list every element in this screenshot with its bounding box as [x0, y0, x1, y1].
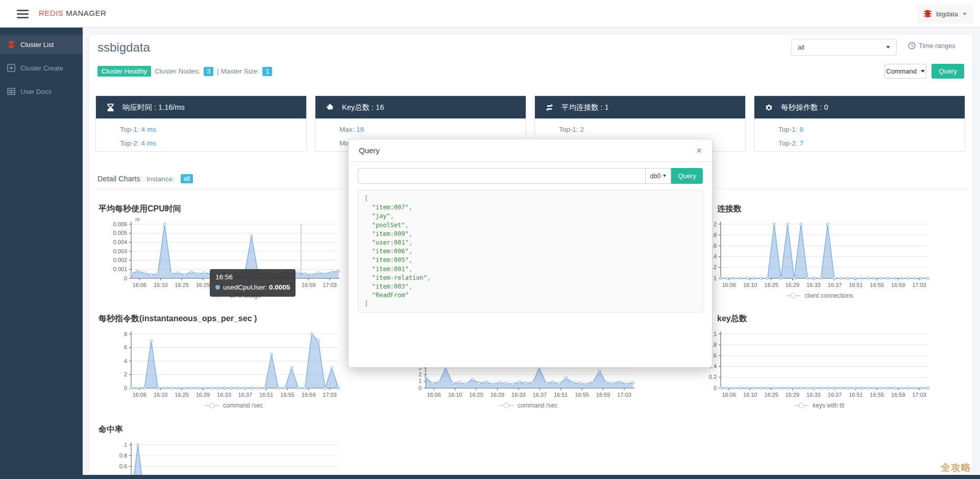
- modal-query-button[interactable]: Query: [671, 168, 703, 184]
- time-ranges-button[interactable]: Time ranges: [908, 42, 955, 50]
- stat-card-title: 响应时间 : 1.16/ms: [122, 103, 185, 112]
- svg-text:16:25: 16:25: [175, 392, 189, 398]
- svg-text:16:10: 16:10: [743, 282, 757, 288]
- sidebar-item-label: User Docs: [20, 88, 52, 95]
- svg-text:2: 2: [419, 371, 422, 377]
- stat-label: Top-1:: [778, 126, 798, 133]
- stat-label: Max:: [339, 126, 354, 133]
- stat-label: Top-2:: [778, 139, 798, 147]
- svg-text:16:33: 16:33: [217, 392, 231, 398]
- sidebar-item-cluster-list[interactable]: Cluster List: [0, 35, 83, 54]
- master-label: | Master Size:: [217, 67, 259, 75]
- svg-text:16:06: 16:06: [132, 282, 146, 288]
- svg-text:16:37: 16:37: [828, 282, 842, 288]
- svg-text:keys with ttl: keys with ttl: [813, 402, 844, 409]
- redis-cluster-icon: [7, 40, 15, 49]
- svg-text:16:10: 16:10: [154, 282, 168, 288]
- clock-icon: [908, 42, 916, 50]
- query-result-panel: [ "item:007", "jay", "poolSet", "item:00…: [358, 190, 703, 313]
- svg-text:1: 1: [419, 378, 422, 384]
- svg-text:1: 1: [714, 331, 717, 337]
- svg-text:16:51: 16:51: [554, 392, 568, 398]
- svg-text:16:06: 16:06: [132, 392, 146, 398]
- svg-text:0.001: 0.001: [113, 266, 127, 272]
- result-line: "item:006",: [364, 247, 696, 256]
- svg-text:0.6: 0.6: [119, 463, 127, 469]
- top-navbar: REDIS MANAGER bigdata: [0, 0, 980, 28]
- result-line: "ReadFrom": [364, 291, 696, 300]
- chart-keys-with-ttl[interactable]: key总数 00.20.40.60.8116:0616:1016:2516:29…: [688, 314, 940, 416]
- watermark-text: 全攻略: [941, 461, 971, 474]
- stat-label: Top-2:: [120, 139, 139, 147]
- chart-ops-per-sec[interactable]: 每秒指令数(instantaneous_ops_per_sec ) 024681…: [99, 314, 351, 416]
- brand-manager: MANAGER: [66, 9, 106, 17]
- range-select[interactable]: all: [791, 39, 897, 56]
- svg-text:/s: /s: [135, 218, 140, 222]
- stat-card-title: 每秒操作数 : 0: [781, 103, 828, 112]
- svg-text:16:37: 16:37: [533, 392, 547, 398]
- instance-badge[interactable]: all: [181, 174, 193, 183]
- command-dropdown-button[interactable]: Command: [885, 64, 926, 79]
- stat-value: 7: [800, 139, 804, 147]
- hourglass-icon: [106, 103, 115, 112]
- svg-text:0.005: 0.005: [113, 230, 127, 236]
- tooltip-row: usedCpuUser: 0.0005: [215, 282, 290, 293]
- menu-toggle-icon[interactable]: [17, 10, 29, 18]
- svg-text:17:03: 17:03: [323, 392, 337, 398]
- sidebar-item-label: Cluster List: [20, 41, 54, 49]
- plus-square-icon: [7, 64, 15, 72]
- svg-text:16:59: 16:59: [891, 282, 905, 288]
- svg-text:16:10: 16:10: [154, 392, 168, 398]
- stat-card-title: 平均连接数 : 1: [561, 103, 609, 112]
- svg-text:0.002: 0.002: [113, 257, 127, 263]
- svg-text:1: 1: [714, 275, 717, 281]
- result-line: "jay",: [364, 212, 696, 221]
- svg-text:0: 0: [419, 385, 422, 391]
- app-brand: REDIS MANAGER: [39, 9, 106, 17]
- svg-text:16:29: 16:29: [196, 392, 210, 398]
- svg-text:4: 4: [124, 358, 127, 364]
- user-name: bigdata: [936, 10, 958, 18]
- svg-text:16:59: 16:59: [302, 282, 316, 288]
- stat-value: 8: [800, 126, 804, 133]
- result-line: "item:005",: [364, 256, 696, 265]
- chart-title: 每秒指令数(instantaneous_ops_per_sec ): [99, 314, 351, 328]
- svg-text:16:55: 16:55: [280, 392, 295, 398]
- modal-title: Query: [359, 146, 380, 155]
- chart-title: 命中率: [99, 424, 351, 439]
- query-input-group: db0 Query: [358, 168, 703, 184]
- svg-text:0: 0: [124, 275, 127, 281]
- chart-hit-rate[interactable]: 命中率 00.20.40.60.8116:0616:1016:2516:2916…: [99, 424, 351, 479]
- sidebar-item-cluster-create[interactable]: Cluster Create: [0, 58, 83, 78]
- redis-logo-icon: [923, 10, 933, 18]
- query-input[interactable]: [358, 168, 645, 184]
- open-query-button[interactable]: Query: [932, 64, 964, 79]
- instance-label: Instance:: [146, 175, 175, 183]
- tooltip-series: usedCpuUser:: [223, 283, 267, 291]
- db-select[interactable]: db0: [645, 168, 671, 184]
- query-label: Query: [939, 67, 957, 75]
- close-icon[interactable]: ×: [696, 146, 702, 155]
- stat-value: 2: [580, 126, 584, 133]
- page-title: ssbigdata: [97, 40, 150, 55]
- nodes-label: Cluster Nodes:: [155, 67, 200, 75]
- svg-text:16:33: 16:33: [806, 392, 821, 398]
- svg-text:0.003: 0.003: [113, 248, 127, 254]
- result-line: "item:001",: [364, 265, 696, 274]
- svg-text:2: 2: [714, 221, 717, 227]
- chart-client-connections[interactable]: 连接数 11.21.41.61.8216:0616:1016:2516:2916…: [688, 204, 940, 306]
- svg-text:16:55: 16:55: [870, 282, 884, 288]
- command-label: Command: [886, 67, 917, 75]
- result-line: ]: [364, 300, 696, 308]
- svg-text:16:51: 16:51: [259, 392, 274, 398]
- user-menu[interactable]: bigdata: [917, 4, 973, 23]
- result-line: [: [364, 195, 696, 203]
- svg-text:16:55: 16:55: [870, 392, 884, 398]
- tooltip-value: 0.0005: [269, 283, 290, 291]
- svg-text:16:25: 16:25: [469, 392, 483, 398]
- sidebar-item-user-docs[interactable]: User Docs: [0, 82, 83, 101]
- chart-title: 连接数: [688, 204, 940, 218]
- table-icon: [7, 87, 15, 95]
- svg-text:17:03: 17:03: [912, 282, 926, 288]
- stat-card-title: Key总数 : 16: [342, 103, 384, 112]
